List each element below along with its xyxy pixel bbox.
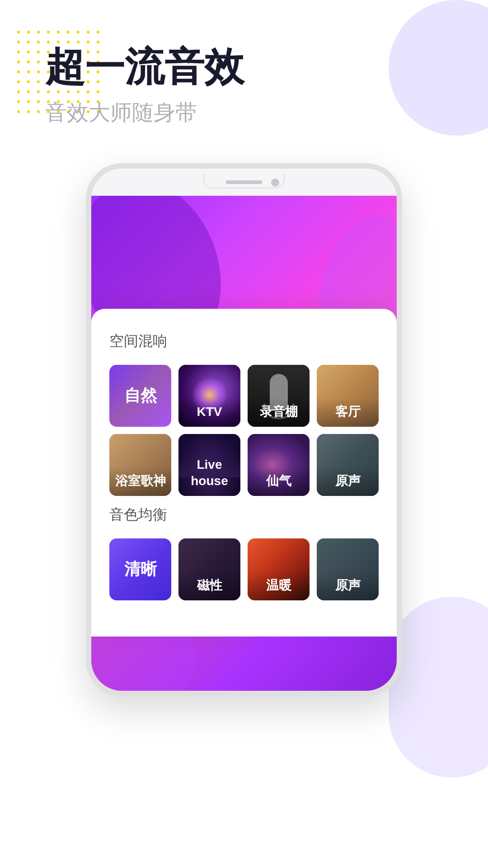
tile-living-room[interactable]: 客厅	[317, 365, 379, 427]
spatial-reverb-grid: 自然 KTV 录音棚 客厅	[109, 365, 379, 496]
tile-bathroom-label: 浴室歌神	[109, 467, 171, 495]
tile-studio-label: 录音棚	[248, 397, 310, 426]
tone-equalizer-title: 音色均衡	[109, 505, 379, 525]
tile-fairy[interactable]: 仙气	[248, 434, 310, 496]
tile-warm[interactable]: 温暖	[248, 538, 310, 600]
tile-studio[interactable]: 录音棚	[248, 365, 310, 427]
phone-camera	[271, 179, 279, 187]
tile-ktv[interactable]: KTV	[178, 365, 240, 427]
tile-livehouse[interactable]: Live house	[178, 434, 240, 496]
tile-bathroom[interactable]: 浴室歌神	[109, 434, 171, 496]
tile-natural-label: 自然	[109, 365, 171, 427]
main-title: 超一流音效	[45, 45, 452, 89]
header-section: 超一流音效 音效大师随身带	[0, 0, 488, 145]
tile-original2-label: 原声	[317, 571, 379, 600]
phone-mockup: 空间混响 自然 KTV 录音棚	[86, 163, 402, 696]
tile-clear[interactable]: 清晰	[109, 538, 171, 600]
tile-original-label: 原声	[317, 467, 379, 495]
tile-magnetic-label: 磁性	[178, 571, 240, 600]
phone-container: 空间混响 自然 KTV 录音棚	[0, 163, 488, 696]
phone-screen-top	[91, 196, 397, 322]
phone-screen-bottom	[91, 637, 397, 691]
tile-livehouse-label: Live house	[178, 450, 240, 496]
tile-original2[interactable]: 原声	[317, 538, 379, 600]
tile-original[interactable]: 原声	[317, 434, 379, 496]
phone-speaker	[226, 180, 262, 184]
tile-ktv-label: KTV	[178, 397, 240, 426]
tile-clear-label: 清晰	[109, 538, 171, 600]
sub-title: 音效大师随身带	[45, 98, 452, 127]
tile-warm-label: 温暖	[248, 571, 310, 600]
tile-living-room-label: 客厅	[317, 397, 379, 426]
white-card: 空间混响 自然 KTV 录音棚	[91, 309, 397, 637]
phone-top-bar	[91, 169, 397, 196]
tile-fairy-label: 仙气	[248, 467, 310, 495]
spatial-reverb-title: 空间混响	[109, 331, 379, 351]
tile-natural[interactable]: 自然	[109, 365, 171, 427]
tone-equalizer-grid: 清晰 磁性 温暖 原声	[109, 538, 379, 600]
tile-magnetic[interactable]: 磁性	[178, 538, 240, 600]
